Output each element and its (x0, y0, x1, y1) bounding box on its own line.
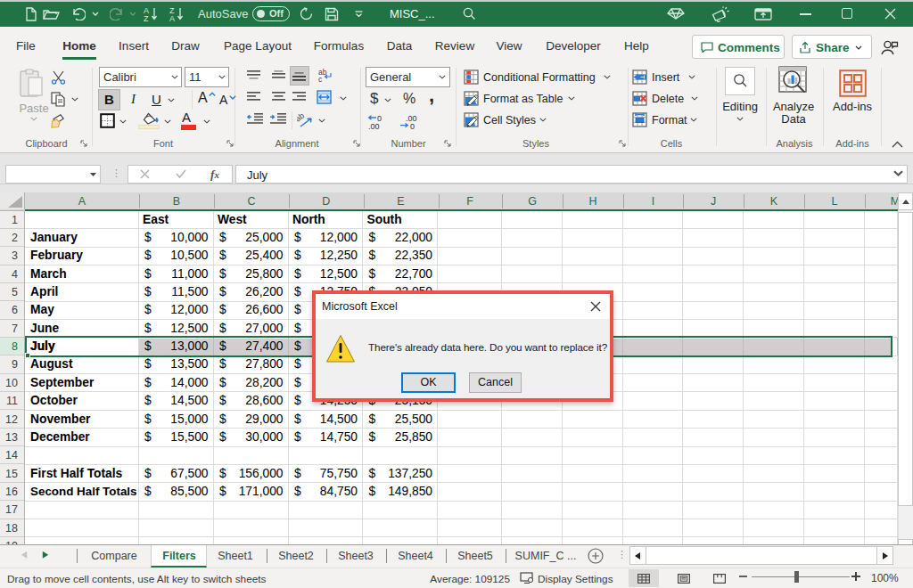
svg-text:0: 0 (410, 122, 415, 130)
svg-text:ab: ab (297, 112, 306, 124)
svg-text:A: A (169, 14, 175, 22)
svg-text:.00: .00 (368, 122, 380, 130)
svg-text:Z: Z (144, 14, 149, 22)
